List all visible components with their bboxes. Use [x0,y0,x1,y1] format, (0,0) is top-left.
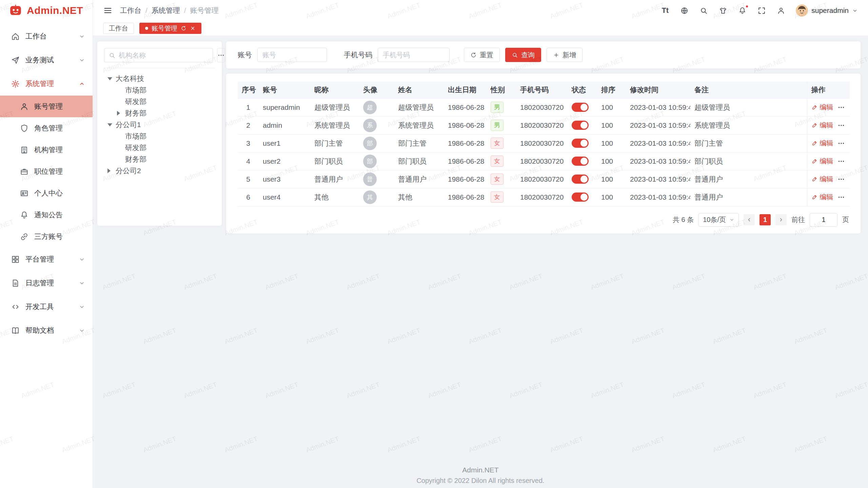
row-more-button[interactable] [837,176,845,183]
topbar-actions: Tt superadmin [660,4,858,17]
cell-modified-time: 2023-01-03 10:59:44 [626,134,690,152]
row-more-button[interactable] [837,122,845,129]
tree-node[interactable]: 大名科技 [104,73,215,84]
account-label: 账号 [238,50,252,60]
row-more-button[interactable] [837,158,845,165]
fullscreen-icon[interactable] [757,6,766,15]
main-area: 工作台 / 系统管理 / 账号管理 Tt [93,0,868,488]
tree-node[interactable]: 分公司1 [104,119,215,130]
edit-label: 编辑 [820,121,833,130]
close-icon[interactable] [190,25,196,31]
account-input[interactable] [257,48,327,62]
breadcrumb-item[interactable]: 系统管理 [152,6,180,15]
tree-node[interactable]: 财务部 [104,154,215,165]
sidebar-item-position-management[interactable]: 职位管理 [0,161,93,182]
sidebar-item-help-docs[interactable]: 帮助文档 [0,319,93,342]
phone-input[interactable] [378,48,450,62]
tree-caret-icon[interactable] [107,168,116,173]
edit-button[interactable]: 编辑 [811,192,833,202]
tree-node[interactable]: 分公司2 [104,165,215,177]
tree-node[interactable]: 财务部 [104,107,215,119]
sidebar-item-third-party-account[interactable]: 三方账号 [0,226,93,247]
edit-button[interactable]: 编辑 [811,175,833,184]
bell-icon [20,210,29,220]
tab-workbench[interactable]: 工作台 [103,23,134,34]
add-button[interactable]: 新增 [547,48,583,62]
cell-avatar: 部 [359,152,394,170]
sidebar-item-org-management[interactable]: 机构管理 [0,139,93,161]
tree-node[interactable]: 市场部 [104,84,215,96]
row-more-button[interactable] [837,194,845,201]
status-toggle[interactable] [572,175,589,184]
edit-button[interactable]: 编辑 [811,103,833,112]
page-number-button[interactable]: 1 [760,214,771,225]
user-menu[interactable]: superadmin [796,4,858,17]
sidebar-item-platform-management[interactable]: 平台管理 [0,247,93,271]
profile-icon[interactable] [776,6,786,15]
column-header: 操作 [807,82,850,98]
next-page-button[interactable] [775,214,787,225]
menu-collapse-icon[interactable] [103,6,113,15]
edit-button[interactable]: 编辑 [811,157,833,166]
edit-button[interactable]: 编辑 [811,121,833,130]
breadcrumb-separator: / [184,6,186,15]
tree-node[interactable]: 研发部 [104,96,215,107]
edit-button[interactable]: 编辑 [811,139,833,148]
row-more-button[interactable] [837,104,845,111]
sidebar-item-workbench[interactable]: 工作台 [0,24,93,48]
status-toggle[interactable] [572,121,589,130]
tree-node-label: 大名科技 [116,74,144,83]
tree-node[interactable]: 市场部 [104,130,215,142]
query-button[interactable]: 查询 [505,48,541,62]
cell-remark: 超级管理员 [690,98,807,116]
logo-icon [9,4,22,17]
org-search-input[interactable] [119,52,209,59]
cell-status [568,170,597,188]
cell-status [568,116,597,134]
total-count: 共 6 条 [673,215,694,224]
org-more-button[interactable] [217,48,225,62]
status-toggle[interactable] [572,192,589,202]
sidebar: Admin.NET 工作台业务测试系统管理账号管理角色管理机构管理职位管理个人中… [0,0,93,488]
tab-account-management[interactable]: 账号管理 [139,23,201,34]
cell-modified-time: 2023-01-03 10:59:44 [626,152,690,170]
page-size-select[interactable]: 10条/页 [698,213,739,227]
font-size-icon[interactable]: Tt [660,6,670,15]
language-icon[interactable] [680,6,689,15]
tree-caret-icon[interactable] [107,77,116,80]
goto-page-input[interactable] [810,213,837,227]
theme-icon[interactable] [718,6,728,15]
reset-button[interactable]: 重置 [464,48,500,62]
refresh-icon[interactable] [181,25,186,31]
notification-icon[interactable] [738,6,747,15]
search-icon[interactable] [699,6,708,15]
tree-node[interactable]: 研发部 [104,142,215,154]
status-toggle[interactable] [572,139,589,148]
prev-page-button[interactable] [744,214,755,225]
sidebar-item-notice[interactable]: 通知公告 [0,204,93,226]
sidebar-item-business-test[interactable]: 业务测试 [0,48,93,72]
gender-badge: 女 [491,156,504,166]
sidebar-item-system-management[interactable]: 系统管理 [0,72,93,96]
pagination: 共 6 条 10条/页 1 [238,213,849,227]
sidebar-item-log-management[interactable]: 日志管理 [0,271,93,295]
sidebar-item-account-management[interactable]: 账号管理 [0,96,93,117]
edit-icon [811,158,818,164]
column-header: 账号 [259,82,310,98]
tree-caret-icon[interactable] [107,123,116,126]
brand-logo[interactable]: Admin.NET [0,0,93,21]
cell-birthdate: 1986-06-28 [444,98,487,116]
tree-node-label: 分公司2 [116,166,141,176]
reset-label: 重置 [480,50,493,60]
status-toggle[interactable] [572,103,589,112]
cell-modified-time: 2023-01-03 10:59:44 [626,116,690,134]
row-more-button[interactable] [837,140,845,147]
sidebar-item-dev-tools[interactable]: 开发工具 [0,295,93,319]
tree-caret-icon[interactable] [117,111,125,116]
status-toggle[interactable] [572,157,589,166]
sidebar-item-personal-center[interactable]: 个人中心 [0,182,93,204]
cell-actions: 编辑 [807,98,850,116]
sidebar-item-role-management[interactable]: 角色管理 [0,117,93,139]
breadcrumb-item[interactable]: 工作台 [120,6,141,15]
tab-label: 账号管理 [152,24,177,33]
